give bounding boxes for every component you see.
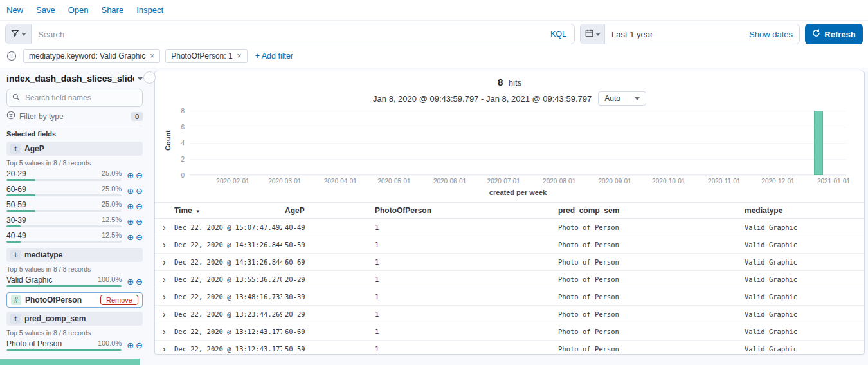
filter-by-type-button[interactable]: Filter by type 0 [6,111,143,126]
value-bar [6,179,122,181]
refresh-button-label: Refresh [824,30,855,39]
search-input[interactable] [32,30,543,39]
table-cell: Valid Graphic [742,276,864,283]
selected-fields-list: tAgePTop 5 values in 8 / 8 records20-292… [6,142,143,351]
column-header-AgeP[interactable]: AgeP [282,203,372,218]
remove-field-button[interactable]: Remove [100,295,138,305]
kql-toggle[interactable]: KQL [543,30,574,39]
add-filter-link[interactable]: + Add filter [255,51,293,61]
filter-for-value-button[interactable]: ⊕ [127,277,134,286]
filter-for-value-button[interactable]: ⊕ [127,171,134,180]
table-cell: Photo of Person [556,345,742,353]
table-row[interactable]: ›Dec 22, 2020 @ 13:48:16.73330-391Photo … [155,288,864,306]
field-header[interactable]: tAgeP [6,142,143,156]
value-bar [6,194,122,196]
refresh-button[interactable]: Refresh [805,24,863,44]
filter-out-value-button[interactable]: ⊖ [136,341,143,350]
filter-for-value-button[interactable]: ⊕ [127,341,134,350]
expand-row-icon[interactable]: › [158,257,166,267]
column-header-label: mediatype [745,206,782,215]
expand-row-icon[interactable]: › [158,326,166,337]
table-row[interactable]: ›Dec 22, 2020 @ 13:12:43.17750-591Photo … [155,341,864,354]
field-header[interactable]: tpred_comp_sem [6,312,143,326]
expand-row-icon[interactable]: › [158,239,166,250]
filter-out-value-button[interactable]: ⊖ [136,277,143,286]
filter-pill[interactable]: PhotoOfPerson: 1× [165,49,247,63]
field-PhotoOfPerson[interactable]: #PhotoOfPersonRemove [6,292,143,308]
query-bar: KQL Last 1 year Show dates Refresh [0,21,868,48]
y-axis-tick: 0 [181,172,185,179]
field-search-input[interactable] [24,93,137,103]
topnav-open[interactable]: Open [68,5,89,15]
filter-out-value-button[interactable]: ⊖ [136,202,143,211]
histogram-chart: Count 02468 2020-02-012020-03-012020-04-… [161,107,858,201]
table-cell: 60-69 [282,258,372,266]
expand-row-icon[interactable]: › [158,309,166,319]
filter-pill[interactable]: mediatype.keyword: Valid Graphic× [23,49,160,63]
table-cell: 1 [372,328,556,335]
date-quick-select-button[interactable] [581,24,605,44]
column-header-mediatype[interactable]: mediatype [742,203,864,218]
table-row[interactable]: ›Dec 22, 2020 @ 13:12:43.17760-691Photo … [155,323,864,341]
table-cell: 20-29 [282,310,372,318]
table-cell: 1 [372,293,556,301]
table-row[interactable]: ›Dec 22, 2020 @ 15:07:47.49240-491Photo … [155,219,864,236]
expand-row-icon[interactable]: › [158,274,166,285]
topnav-share[interactable]: Share [101,5,123,15]
field-value-row: 30-3912.5%⊕⊖ [6,216,143,227]
table-cell: Valid Graphic [742,345,864,353]
field-search[interactable] [6,89,143,107]
value-label: 40-49 [6,231,26,240]
topnav-new[interactable]: New [6,5,23,15]
x-axis-tick: 2020-05-01 [377,178,410,185]
filter-for-value-button[interactable]: ⊕ [127,187,134,195]
expand-row-icon[interactable]: › [158,292,166,302]
field-header[interactable]: tmediatype [6,248,143,262]
top-values-label: Top 5 values in 8 / 8 records [6,329,143,337]
chevron-down-icon [138,77,143,80]
expand-row-icon[interactable]: › [158,222,166,232]
table-row[interactable]: ›Dec 22, 2020 @ 14:31:26.84450-591Photo … [155,236,864,254]
x-axis-tick: 2021-01-01 [817,178,850,185]
table-row[interactable]: ›Dec 22, 2020 @ 14:31:26.84460-691Photo … [155,254,864,271]
table-body: ›Dec 22, 2020 @ 15:07:47.49240-491Photo … [155,219,864,354]
hits-count: 8 [498,77,503,88]
column-header-PhotoOfPerson[interactable]: PhotoOfPerson [372,203,556,218]
topnav-save[interactable]: Save [36,5,55,15]
filter-for-value-button[interactable]: ⊕ [127,233,134,241]
saved-query-menu-button[interactable] [6,24,32,44]
sort-descending-icon[interactable]: ▼ [195,209,201,214]
filter-for-value-button[interactable]: ⊕ [127,202,134,211]
index-pattern-selector[interactable]: index_dash_dash_slices_slides_... [6,73,143,84]
field-value-row: Photo of Person100.0%⊕⊖ [6,339,143,351]
remove-filter-icon[interactable]: × [237,51,242,61]
table-cell: Photo of Person [556,241,742,248]
y-axis-tick: 2 [181,156,185,163]
table-cell: 1 [372,241,556,248]
column-header-pred_comp_sem[interactable]: pred_comp_sem [556,203,742,218]
table-cell: 1 [372,310,556,318]
interval-select[interactable]: Auto [598,91,646,106]
field-name: mediatype [24,250,62,259]
table-cell: 50-59 [282,241,372,248]
documents-table: Time▼AgePPhotoOfPersonpred_comp_semmedia… [155,202,864,354]
column-header-Time[interactable]: Time▼ [172,203,282,218]
table-row[interactable]: ›Dec 22, 2020 @ 13:55:36.27020-291Photo … [155,271,864,288]
filter-out-value-button[interactable]: ⊖ [136,233,143,241]
table-row[interactable]: ›Dec 22, 2020 @ 13:23:44.26920-291Photo … [155,306,864,323]
filter-for-value-button[interactable]: ⊕ [127,218,134,226]
table-cell: Valid Graphic [742,223,864,231]
collapse-sidebar-button[interactable] [143,71,156,84]
filter-out-value-button[interactable]: ⊖ [136,171,143,180]
histogram-bar[interactable] [814,111,823,175]
expand-row-icon[interactable]: › [158,344,166,354]
show-dates-link[interactable]: Show dates [749,30,799,39]
field-pred_comp_sem: tpred_comp_semTop 5 values in 8 / 8 reco… [6,312,143,351]
remove-filter-icon[interactable]: × [150,51,154,61]
date-range-value[interactable]: Last 1 year [605,30,659,39]
filter-out-value-button[interactable]: ⊖ [136,218,143,226]
filter-out-value-button[interactable]: ⊖ [136,187,143,195]
filter-options-button[interactable] [5,51,18,61]
topnav-inspect[interactable]: Inspect [136,5,163,15]
value-bar [6,210,122,212]
